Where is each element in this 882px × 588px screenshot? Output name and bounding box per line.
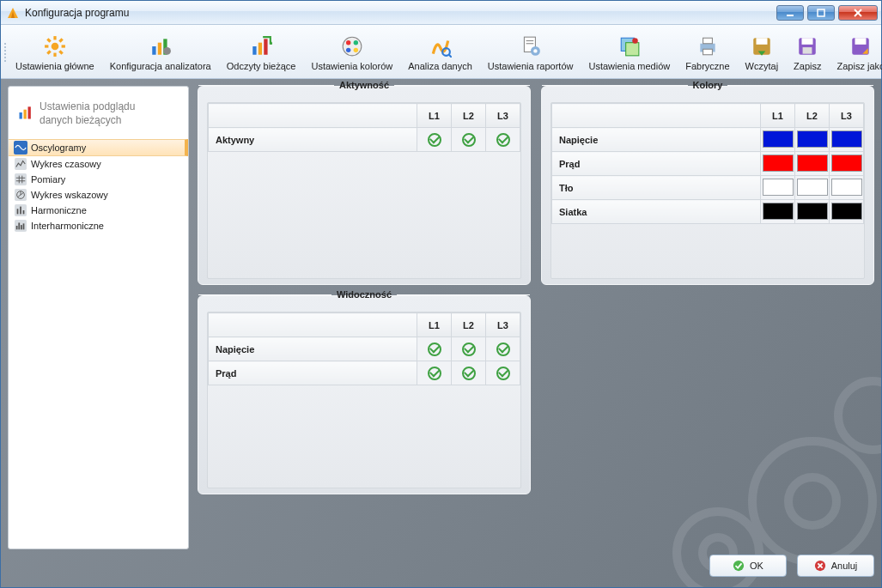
toolbar-fabryczne[interactable]: Fabryczne xyxy=(678,27,737,78)
color-swatch xyxy=(797,179,828,196)
svg-rect-2 xyxy=(787,15,794,16)
toolbar-label: Wczytaj xyxy=(745,61,779,71)
toolbar-ustawienia-glowne[interactable]: Ustawienia główne xyxy=(8,27,102,78)
row-label: Aktywny xyxy=(209,128,417,152)
color-cell[interactable] xyxy=(795,176,830,200)
svg-rect-72 xyxy=(20,207,21,215)
visibility-table: L1 L2 L3 Napięcie Prąd xyxy=(208,312,520,385)
color-cell[interactable] xyxy=(761,128,795,152)
check-icon xyxy=(462,342,476,356)
toolbar-zapisz-jako[interactable]: Zapisz jako xyxy=(830,27,882,78)
color-cell[interactable] xyxy=(830,200,864,224)
toolbar-label: Ustawienia mediów xyxy=(588,61,670,71)
color-cell[interactable] xyxy=(795,128,830,152)
window-buttons xyxy=(776,5,878,21)
report-gear-icon xyxy=(519,34,543,58)
cancel-button[interactable]: Anuluj xyxy=(797,555,874,577)
bars-icon xyxy=(17,104,34,124)
sidebar-item-label: Wykres czasowy xyxy=(31,159,101,169)
checkbox-cell[interactable] xyxy=(417,361,452,385)
cancel-red-icon xyxy=(814,560,826,572)
sidebar-item-oscylogramy[interactable]: Oscylogramy xyxy=(9,139,188,156)
table-row: Napięcie xyxy=(552,128,864,152)
toolbar-zapisz[interactable]: Zapisz xyxy=(786,27,829,78)
ok-button[interactable]: OK xyxy=(709,555,787,577)
check-icon xyxy=(428,342,441,356)
color-swatch xyxy=(763,203,794,220)
sidebar-item-wykres-wskazowy[interactable]: Wykres wskazowy xyxy=(9,187,188,203)
checkbox-cell[interactable] xyxy=(452,361,486,385)
table-icon xyxy=(14,173,27,186)
bars-gear-icon xyxy=(149,34,173,58)
color-cell[interactable] xyxy=(830,152,864,176)
sidebar-item-label: Pomiary xyxy=(31,174,65,185)
phasor-icon xyxy=(14,188,27,202)
checkbox-cell[interactable] xyxy=(486,337,520,361)
minimize-button[interactable] xyxy=(776,5,804,21)
svg-rect-78 xyxy=(23,224,25,230)
color-cell[interactable] xyxy=(761,200,795,224)
panel-title: Aktywność xyxy=(334,80,394,90)
check-icon xyxy=(496,342,510,356)
row-label: Prąd xyxy=(552,152,761,176)
color-cell[interactable] xyxy=(761,176,795,200)
svg-point-27 xyxy=(353,47,357,52)
svg-point-34 xyxy=(533,49,537,52)
checkbox-cell[interactable] xyxy=(452,337,486,361)
panel-colors: Kolory L1 L2 L3 Napięcie xyxy=(541,86,874,285)
sidebar-item-interharmoniczne[interactable]: Interharmoniczne xyxy=(9,218,188,233)
sidebar-item-wykres-czasowy[interactable]: Wykres czasowy xyxy=(9,156,188,172)
svg-rect-73 xyxy=(23,210,25,214)
svg-line-29 xyxy=(448,54,451,57)
sidebar-item-label: Oscylogramy xyxy=(31,142,86,153)
toolbar-analiza-danych[interactable]: Analiza danych xyxy=(400,27,480,78)
row-label: Tło xyxy=(552,176,761,200)
printer-icon xyxy=(696,34,720,58)
checkbox-cell[interactable] xyxy=(417,128,452,152)
color-cell[interactable] xyxy=(795,152,830,176)
timechart-icon xyxy=(14,157,27,171)
close-button[interactable] xyxy=(838,5,878,21)
toolbar-label: Odczyty bieżące xyxy=(227,61,296,71)
bars-small-icon xyxy=(14,203,27,217)
toolbar-odczyty-biezace[interactable]: Odczyty bieżące xyxy=(219,27,304,78)
svg-rect-19 xyxy=(252,46,256,55)
ok-label: OK xyxy=(750,561,763,571)
sidebar-item-harmoniczne[interactable]: Harmoniczne xyxy=(9,203,188,218)
svg-point-79 xyxy=(733,561,744,571)
checkbox-cell[interactable] xyxy=(486,128,520,152)
col-l2: L2 xyxy=(452,313,486,337)
checkbox-cell[interactable] xyxy=(486,361,520,385)
app-window: Konfiguracja programu Ustawienia główne … xyxy=(0,0,882,588)
toolbar-ustawienia-raportow[interactable]: Ustawienia raportów xyxy=(480,27,581,78)
checkbox-cell[interactable] xyxy=(417,337,452,361)
toolbar-wczytaj[interactable]: Wczytaj xyxy=(738,27,787,78)
checkbox-cell[interactable] xyxy=(452,128,486,152)
check-icon xyxy=(462,133,476,147)
col-l1: L1 xyxy=(417,313,452,337)
toolbar-ustawienia-kolorow[interactable]: Ustawienia kolorów xyxy=(303,27,400,78)
toolbar-label: Ustawienia kolorów xyxy=(311,61,392,71)
color-cell[interactable] xyxy=(761,152,795,176)
gear-icon xyxy=(43,34,67,58)
color-cell[interactable] xyxy=(830,176,864,200)
disk-save-icon xyxy=(795,34,819,58)
svg-point-18 xyxy=(163,47,171,55)
titlebar: Konfiguracja programu xyxy=(1,1,881,25)
sidebar-item-pomiary[interactable]: Pomiary xyxy=(9,172,188,187)
row-label: Siatka xyxy=(552,200,761,224)
toolbar-konfiguracja-analizatora[interactable]: Konfiguracja analizatora xyxy=(102,27,219,78)
svg-line-13 xyxy=(59,39,62,41)
color-swatch xyxy=(797,155,828,172)
svg-rect-45 xyxy=(802,38,813,45)
svg-point-23 xyxy=(343,37,362,56)
svg-rect-71 xyxy=(17,209,19,214)
palette-icon xyxy=(340,34,364,58)
maximize-button[interactable] xyxy=(807,5,835,21)
header-empty xyxy=(209,104,417,128)
color-cell[interactable] xyxy=(830,128,864,152)
toolbar-ustawienia-mediow[interactable]: Ustawienia mediów xyxy=(581,27,678,78)
row-label: Prąd xyxy=(209,361,417,385)
col-l2: L2 xyxy=(452,104,486,128)
color-cell[interactable] xyxy=(795,200,830,224)
